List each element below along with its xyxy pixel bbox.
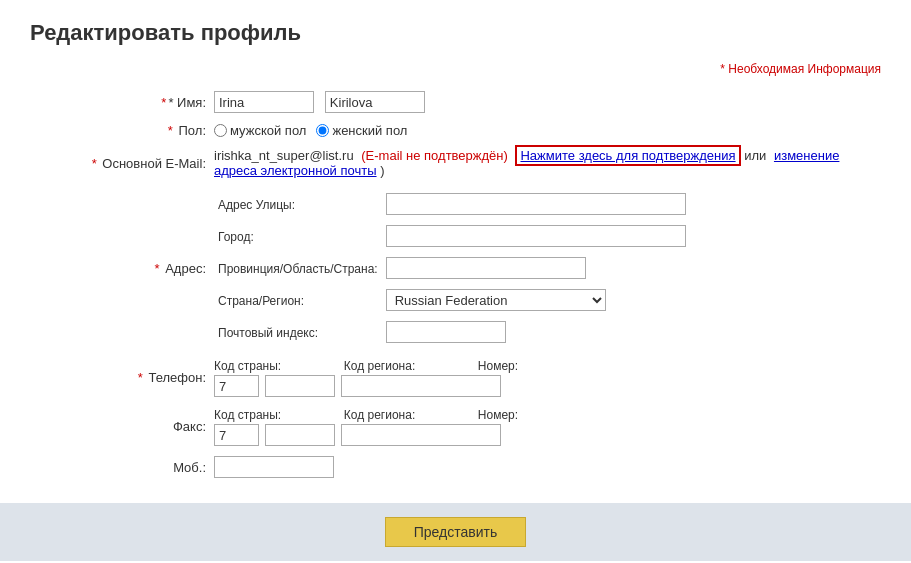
mobile-fields [210, 451, 881, 483]
required-note: * Необходимая Информация [30, 62, 881, 76]
city-row: Город: [214, 220, 690, 252]
last-name-input[interactable] [325, 91, 425, 113]
page-title: Редактировать профиль [30, 20, 881, 46]
country-region-label: Страна/Регион: [218, 294, 304, 308]
gender-female-label[interactable]: женский пол [316, 123, 407, 138]
address-label: * Адрес: [30, 183, 210, 353]
gender-male-text: мужской пол [230, 123, 306, 138]
phone-country-code-label: Код страны: [214, 359, 281, 373]
fax-country-code-label: Код страны: [214, 408, 281, 422]
city-label: Город: [218, 230, 254, 244]
footer-bar: Представить [0, 503, 911, 561]
mobile-row: Моб.: [30, 451, 881, 483]
fax-area-code-label: Код региона: [344, 408, 415, 422]
phone-area-code-label: Код региона: [344, 359, 415, 373]
required-star-phone: * [138, 370, 143, 385]
phone-fields: Код страны: Код региона: Номер: [210, 353, 881, 402]
phone-country-code-input[interactable] [214, 375, 259, 397]
zip-label: Почтовый индекс: [218, 326, 318, 340]
country-select[interactable]: Russian Federation United States Germany [386, 289, 606, 311]
email-label: * Основной E-Mail: [30, 143, 210, 183]
first-name-input[interactable] [214, 91, 314, 113]
city-input[interactable] [386, 225, 686, 247]
email-confirm-link[interactable]: Нажмите здесь для подтверждения [515, 145, 740, 166]
fax-row: Факс: Код страны: Код региона: Номер: [30, 402, 881, 451]
mobile-label: Моб.: [30, 451, 210, 483]
gender-label: * Пол: [30, 118, 210, 143]
address-sub-table: Адрес Улицы: Город: [214, 188, 690, 348]
zip-row: Почтовый индекс: [214, 316, 690, 348]
zip-input[interactable] [386, 321, 506, 343]
required-star-gender: * [168, 123, 173, 138]
fax-number-input[interactable] [341, 424, 501, 446]
fax-inputs [214, 424, 877, 446]
phone-row: * Телефон: Код страны: Код региона: Номе… [30, 353, 881, 402]
address-fields: Адрес Улицы: Город: [210, 183, 881, 353]
email-unconfirmed-text: (E-mail не подтверждён) [361, 148, 508, 163]
address-row: * Адрес: Адрес Улицы: Город: [30, 183, 881, 353]
province-input[interactable] [386, 257, 586, 279]
street-input[interactable] [386, 193, 686, 215]
gender-female-radio[interactable] [316, 124, 329, 137]
street-row: Адрес Улицы: [214, 188, 690, 220]
fax-number-label: Номер: [478, 408, 518, 422]
gender-radio-group: мужской пол женский пол [214, 123, 877, 138]
province-row: Провинция/Область/Страна: [214, 252, 690, 284]
street-label: Адрес Улицы: [218, 198, 295, 212]
phone-label: * Телефон: [30, 353, 210, 402]
gender-inputs: мужской пол женский пол [210, 118, 881, 143]
email-cell: irishka_nt_super@list.ru (E-mail не подт… [210, 143, 881, 183]
fax-country-code-input[interactable] [214, 424, 259, 446]
fax-area-code-input[interactable] [265, 424, 335, 446]
email-address: irishka_nt_super@list.ru [214, 148, 354, 163]
email-row: * Основной E-Mail: irishka_nt_super@list… [30, 143, 881, 183]
gender-female-text: женский пол [332, 123, 407, 138]
phone-number-label: Номер: [478, 359, 518, 373]
submit-button[interactable]: Представить [385, 517, 527, 547]
name-label: ** Имя: [30, 86, 210, 118]
fax-sub-labels: Код страны: Код региона: Номер: [214, 407, 877, 422]
gender-male-radio[interactable] [214, 124, 227, 137]
phone-sub-labels: Код страны: Код региона: Номер: [214, 358, 877, 373]
profile-form: ** Имя: * Пол: мужской пол [30, 86, 881, 483]
province-label: Провинция/Область/Страна: [218, 262, 378, 276]
country-row: Страна/Регион: Russian Federation United… [214, 284, 690, 316]
mobile-input[interactable] [214, 456, 334, 478]
fax-label: Факс: [30, 402, 210, 451]
phone-number-input[interactable] [341, 375, 501, 397]
required-star-address: * [154, 261, 159, 276]
gender-row: * Пол: мужской пол женский пол [30, 118, 881, 143]
required-star: * [161, 95, 166, 110]
name-row: ** Имя: [30, 86, 881, 118]
phone-area-code-input[interactable] [265, 375, 335, 397]
fax-fields: Код страны: Код региона: Номер: [210, 402, 881, 451]
gender-male-label[interactable]: мужской пол [214, 123, 306, 138]
name-inputs [210, 86, 881, 118]
required-star-email: * [92, 156, 97, 171]
phone-inputs [214, 375, 877, 397]
email-or-text: или [744, 148, 766, 163]
